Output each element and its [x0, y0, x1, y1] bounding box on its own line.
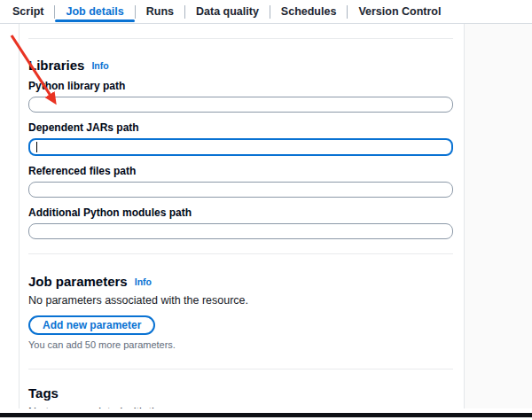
- section-divider: [28, 253, 453, 254]
- python-library-path-input[interactable]: [28, 97, 453, 113]
- text-cursor: [36, 142, 37, 152]
- tab-data-quality[interactable]: Data quality: [185, 0, 270, 24]
- additional-python-modules-path-input[interactable]: [28, 223, 453, 239]
- tab-job-details[interactable]: Job details: [55, 0, 134, 24]
- job-details-page: Script Job details Runs Data quality Sch…: [0, 0, 532, 420]
- tags-empty-text: No tags associated with the resource.: [28, 406, 453, 408]
- tab-script[interactable]: Script: [2, 0, 54, 24]
- job-parameters-info-link[interactable]: Info: [135, 276, 152, 287]
- tab-runs[interactable]: Runs: [136, 0, 184, 24]
- job-parameters-hint-text: You can add 50 more parameters.: [28, 339, 453, 351]
- job-parameters-empty-text: No parameters associated with the resour…: [28, 294, 453, 307]
- tab-version-control[interactable]: Version Control: [348, 0, 451, 24]
- libraries-heading: LibrariesInfo: [28, 58, 453, 73]
- tab-schedules[interactable]: Schedules: [270, 0, 348, 24]
- referenced-files-path-input[interactable]: [28, 182, 453, 198]
- dependent-jars-path-input[interactable]: [28, 138, 453, 156]
- main-content: LibrariesInfo Python library path Depend…: [0, 24, 532, 420]
- job-parameters-heading: Job parametersInfo: [28, 275, 453, 289]
- add-new-parameter-button[interactable]: Add new parameter: [28, 315, 155, 335]
- additional-python-modules-path-label: Additional Python modules path: [28, 207, 453, 219]
- tab-bar: Script Job details Runs Data quality Sch…: [0, 0, 532, 24]
- libraries-heading-text: Libraries: [28, 58, 84, 73]
- job-details-panel: LibrariesInfo Python library path Depend…: [19, 24, 465, 408]
- section-divider: [28, 38, 453, 39]
- right-gutter: [465, 24, 532, 408]
- tags-heading: Tags: [28, 386, 453, 401]
- python-library-path-label: Python library path: [28, 81, 453, 92]
- section-divider: [28, 369, 453, 369]
- dependent-jars-path-label: Dependent JARs path: [28, 122, 453, 134]
- referenced-files-path-label: Referenced files path: [28, 166, 453, 177]
- bottom-bar: [0, 413, 532, 417]
- job-parameters-heading-text: Job parameters: [28, 274, 128, 289]
- libraries-info-link[interactable]: Info: [91, 60, 108, 71]
